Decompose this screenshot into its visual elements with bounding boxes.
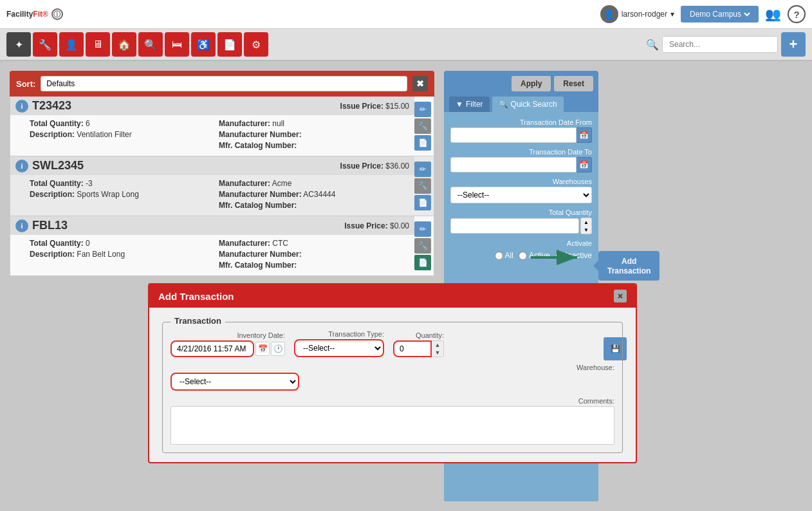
- item-id: T23423: [32, 99, 71, 113]
- item-info-icon[interactable]: i: [15, 219, 28, 232]
- item-details: Total Quantity: 6 Description: Ventilati…: [10, 115, 414, 156]
- qty-down-button[interactable]: ▼: [432, 349, 443, 357]
- mfr-num-row: Manufacturer Number: AC34444: [219, 190, 395, 199]
- sort-bar: Sort: Defaults Name Date Price ✖: [10, 71, 434, 97]
- mfr-num-row: Manufacturer Number:: [219, 250, 395, 259]
- item-main: i T23423 Issue Price: $15.00 Total Quant…: [10, 97, 414, 156]
- comments-textarea[interactable]: [171, 406, 614, 445]
- toolbar-wrench-icon[interactable]: 🔧: [33, 32, 57, 57]
- toolbar-monitor-icon[interactable]: 🖥: [86, 32, 110, 57]
- calendar-picker-icon[interactable]: 📅: [255, 342, 270, 356]
- wrench-button[interactable]: 🔧: [414, 238, 431, 254]
- username-label: larson-rodger: [622, 10, 667, 19]
- sort-dropdown[interactable]: Defaults Name Date Price: [41, 76, 407, 91]
- modal-body: 💾 Transaction Inventory Date: 📅 🕐 Transa…: [149, 308, 636, 462]
- calendar-icon-to[interactable]: 📅: [577, 157, 592, 172]
- warehouses-label: Warehouses: [450, 178, 592, 185]
- filter-icon: ▼: [456, 100, 463, 109]
- txn-date-to-input-wrap: 📅: [450, 157, 592, 172]
- desc-row: Description: Ventilation Filter: [30, 130, 206, 139]
- item-id: SWL2345: [32, 159, 84, 172]
- txn-date-from-input[interactable]: [450, 127, 577, 143]
- edit-button[interactable]: ✏: [414, 221, 431, 237]
- close-panel-button[interactable]: ✖: [412, 76, 428, 91]
- qty-down-arrow[interactable]: ▼: [581, 226, 591, 234]
- total-qty-input[interactable]: [450, 218, 579, 234]
- inv-date-input[interactable]: [171, 340, 254, 357]
- add-transaction-modal: Add Transaction × 💾 Transaction Inventor…: [148, 283, 637, 463]
- doc-button[interactable]: 📄: [414, 135, 431, 151]
- toolbar-doc-icon[interactable]: 📄: [217, 32, 242, 57]
- toolbar-settings-icon[interactable]: ⚙: [244, 32, 268, 57]
- warehouse-dropdown[interactable]: --Select--: [171, 373, 299, 391]
- txn-date-from-label: Transaction Date From: [450, 118, 592, 126]
- sort-label: Sort:: [16, 79, 35, 89]
- item-details: Total Quantity: -3 Description: Sports W…: [10, 175, 414, 216]
- logo: FacilityFit® ⓘ: [6, 8, 63, 20]
- toolbar-home-icon[interactable]: 🏠: [112, 32, 136, 57]
- txn-date-to-input[interactable]: [450, 157, 577, 172]
- edit-button[interactable]: ✏: [414, 102, 431, 117]
- activate-label: Activate: [450, 239, 592, 247]
- add-transaction-arrow: [531, 248, 582, 267]
- doc-button[interactable]: 📄: [414, 195, 431, 210]
- quick-search-tab[interactable]: 🔍 Quick Search: [492, 97, 564, 112]
- radio-all-label[interactable]: All: [495, 251, 513, 260]
- total-qty-row: Total Quantity: 6: [30, 119, 206, 128]
- mfr-num-row: Manufacturer Number:: [219, 130, 395, 139]
- wrench-button[interactable]: 🔧: [414, 178, 431, 194]
- item-info-icon[interactable]: i: [15, 100, 28, 113]
- radio-active[interactable]: [519, 252, 527, 260]
- warehouses-field: Warehouses --Select--: [450, 178, 592, 203]
- issue-price: Issue Price: $36.00: [340, 162, 409, 171]
- qty-input[interactable]: [393, 340, 432, 357]
- warehouse-label: Warehouse:: [171, 364, 614, 371]
- toolbar-search-icon[interactable]: 🔍: [138, 32, 163, 57]
- campus-dropdown[interactable]: Demo Campus: [687, 9, 752, 19]
- qty-label: Quantity:: [393, 331, 444, 339]
- item-row-wrapper: i FBL13 Issue Price: $0.00 Total Quantit…: [10, 216, 434, 275]
- mfr-row: Manufacturer: Acme: [219, 179, 395, 188]
- filter-top-buttons: Apply Reset: [444, 71, 598, 91]
- user-info[interactable]: 👤 larson-rodger ▾: [600, 5, 674, 23]
- mfr-cat-row: Mfr. Catalog Number:: [219, 261, 395, 270]
- item-info-icon[interactable]: i: [15, 160, 28, 172]
- desc-row: Description: Sports Wrap Long: [30, 190, 206, 199]
- toolbar-person-icon[interactable]: 👤: [59, 32, 84, 57]
- icon-toolbar: ✦ 🔧 👤 🖥 🏠 🔍 🛏 ♿ 📄 ⚙ 🔍 +: [0, 29, 812, 61]
- item-details: Total Quantity: 0 Description: Fan Belt …: [10, 235, 414, 275]
- add-button[interactable]: +: [781, 32, 806, 57]
- apply-button[interactable]: Apply: [512, 76, 551, 91]
- comments-row: Comments:: [171, 397, 614, 445]
- modal-close-button[interactable]: ×: [614, 290, 627, 302]
- quick-search-tab-label: Quick Search: [511, 100, 557, 109]
- item-main: i SWL2345 Issue Price: $36.00 Total Quan…: [10, 156, 414, 216]
- warehouse-field: Warehouse: --Select--: [171, 364, 614, 391]
- calendar-icon-from[interactable]: 📅: [577, 127, 592, 143]
- toolbar-bed-icon[interactable]: 🛏: [165, 32, 189, 57]
- radio-all[interactable]: [495, 252, 503, 260]
- search-input[interactable]: [662, 36, 778, 53]
- item-col-right: Manufacturer: CTC Manufacturer Number: M…: [219, 239, 395, 272]
- mfr-cat-row: Mfr. Catalog Number:: [219, 201, 395, 210]
- logo-info-icon[interactable]: ⓘ: [51, 8, 63, 20]
- qty-up-arrow[interactable]: ▲: [581, 218, 591, 226]
- clock-icon[interactable]: 🕐: [271, 342, 285, 356]
- item-row-wrapper: i SWL2345 Issue Price: $36.00 Total Quan…: [10, 156, 434, 216]
- desc-row: Description: Fan Belt Long: [30, 250, 206, 259]
- add-transaction-tooltip-line1: Add: [622, 257, 636, 266]
- reset-button[interactable]: Reset: [554, 76, 593, 91]
- group-icon[interactable]: 👥: [765, 6, 781, 22]
- txn-type-dropdown[interactable]: --Select--: [294, 339, 384, 357]
- edit-button[interactable]: ✏: [414, 162, 431, 177]
- user-avatar: 👤: [600, 5, 618, 23]
- toolbar-star-icon[interactable]: ✦: [6, 32, 31, 57]
- filter-tab[interactable]: ▼ Filter: [449, 97, 490, 112]
- qty-up-button[interactable]: ▲: [432, 341, 443, 349]
- warehouses-dropdown[interactable]: --Select--: [450, 187, 592, 203]
- help-icon[interactable]: ?: [788, 5, 806, 23]
- wrench-button[interactable]: 🔧: [414, 118, 431, 134]
- campus-selector[interactable]: Demo Campus: [681, 6, 759, 23]
- toolbar-accessible-icon[interactable]: ♿: [191, 32, 216, 57]
- add-transaction-doc-button[interactable]: 📄: [414, 255, 431, 270]
